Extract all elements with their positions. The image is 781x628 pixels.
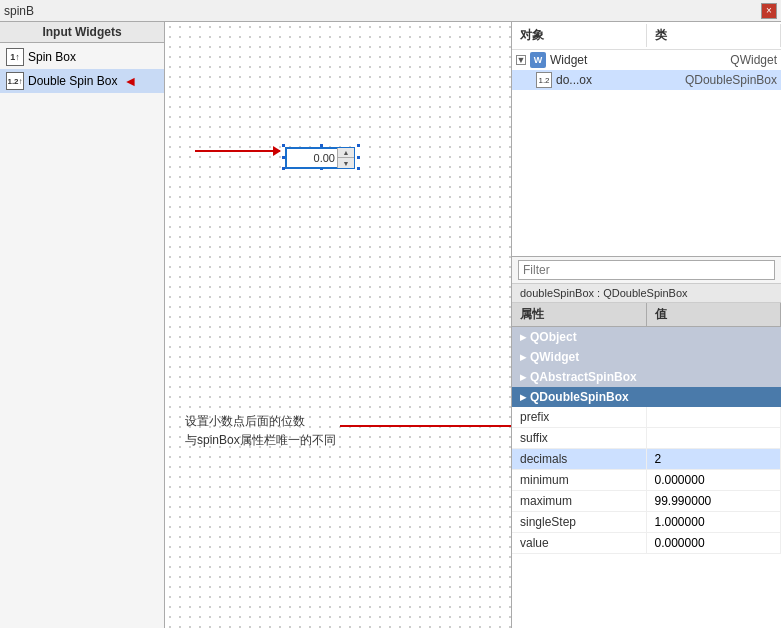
- prop-value-minimum: 0.000000: [647, 470, 782, 490]
- section-qwidget-label: QWidget: [530, 350, 579, 364]
- prop-name-minimum: minimum: [512, 470, 647, 490]
- spinbox-arrow-buttons: ▲ ▼: [337, 148, 353, 168]
- tree-header-class: 类: [647, 24, 782, 47]
- section-qobject[interactable]: ▶ QObject: [512, 327, 781, 347]
- double-spin-box-icon: 1.2↑: [6, 72, 24, 90]
- prop-row-minimum[interactable]: minimum 0.000000: [512, 470, 781, 491]
- section-qwidget-arrow: ▶: [520, 353, 526, 362]
- prop-header-name: 属性: [512, 303, 647, 326]
- section-qabstractspinbox[interactable]: ▶ QAbstractSpinBox: [512, 367, 781, 387]
- prop-name-decimals: decimals: [512, 449, 647, 469]
- tree-row-doublespinbox[interactable]: 1.2 do...ox QDoubleSpinBox: [512, 70, 781, 90]
- section-qobject-label: QObject: [530, 330, 577, 344]
- tree-doublespinbox-type: QDoubleSpinBox: [669, 73, 778, 87]
- prop-name-prefix: prefix: [512, 407, 647, 427]
- prop-value-prefix: [647, 407, 782, 427]
- title-bar: spinB ×: [0, 0, 781, 22]
- prop-name-singlestep: singleStep: [512, 512, 647, 532]
- prop-row-prefix[interactable]: prefix: [512, 407, 781, 428]
- prop-table-header: 属性 值: [512, 303, 781, 327]
- prop-value-suffix: [647, 428, 782, 448]
- double-spinbox-widget[interactable]: 0.00 ▲ ▼: [285, 147, 355, 169]
- section-qabstractspinbox-label: QAbstractSpinBox: [530, 370, 637, 384]
- section-qdoublespinbox-arrow: ▶: [520, 393, 526, 402]
- prop-value-singlestep: 1.000000: [647, 512, 782, 532]
- tree-widget-type: QWidget: [666, 53, 778, 67]
- annotation-line2: 与spinBox属性栏唯一的不同: [185, 431, 336, 450]
- doublespinbox-tree-icon: 1.2: [536, 72, 552, 88]
- canvas-panel: 0.00 ▲ ▼ 设置小数点后面的位数 与spinBox属性栏唯一的不同: [165, 22, 511, 628]
- filter-input[interactable]: [518, 260, 775, 280]
- window-title: spinB: [4, 4, 761, 18]
- prop-row-singlestep[interactable]: singleStep 1.000000: [512, 512, 781, 533]
- tree-expand-widget[interactable]: ▼: [516, 55, 526, 65]
- prop-value-value: 0.000000: [647, 533, 782, 553]
- tree-doublespinbox-name: do...ox: [556, 73, 665, 87]
- spin-up-button[interactable]: ▲: [338, 148, 354, 158]
- prop-value-maximum: 99.990000: [647, 491, 782, 511]
- prop-row-value[interactable]: value 0.000000: [512, 533, 781, 554]
- tree-row-widget[interactable]: ▼ W Widget QWidget: [512, 50, 781, 70]
- prop-value-decimals: 2: [647, 449, 782, 469]
- widget-list: 1↑ Spin Box 1.2↑ Double Spin Box ◄: [0, 43, 164, 95]
- annotation-text: 设置小数点后面的位数 与spinBox属性栏唯一的不同: [185, 412, 336, 450]
- prop-name-suffix: suffix: [512, 428, 647, 448]
- spin-box-label: Spin Box: [28, 50, 76, 64]
- spin-down-button[interactable]: ▼: [338, 158, 354, 168]
- sidebar-item-double-spin-box[interactable]: 1.2↑ Double Spin Box ◄: [0, 69, 164, 93]
- section-qabstractspinbox-arrow: ▶: [520, 373, 526, 382]
- prop-name-maximum: maximum: [512, 491, 647, 511]
- tree-widget-name: Widget: [550, 53, 662, 67]
- section-qdoublespinbox[interactable]: ▶ QDoubleSpinBox: [512, 387, 781, 407]
- prop-row-maximum[interactable]: maximum 99.990000: [512, 491, 781, 512]
- spin-box-icon: 1↑: [6, 48, 24, 66]
- annotation-arrow: [340, 425, 511, 427]
- canvas-pointer-arrow: [195, 150, 280, 152]
- handle-bot-right[interactable]: [356, 166, 361, 171]
- tree-header: 对象 类: [512, 22, 781, 50]
- property-path: doubleSpinBox : QDoubleSpinBox: [512, 284, 781, 303]
- canvas-spinbox: 0.00 ▲ ▼: [285, 147, 355, 169]
- property-filter: [512, 257, 781, 284]
- prop-name-value: value: [512, 533, 647, 553]
- double-spin-box-label: Double Spin Box: [28, 74, 117, 88]
- section-qwidget[interactable]: ▶ QWidget: [512, 347, 781, 367]
- main-layout: Input Widgets 1↑ Spin Box 1.2↑ Double Sp…: [0, 22, 781, 628]
- property-table: 属性 值 ▶ QObject ▶ QWidget ▶ QAbstractSpin…: [512, 303, 781, 628]
- widget-list-header: Input Widgets: [0, 22, 164, 43]
- selected-arrow-icon: ◄: [123, 73, 137, 89]
- section-qobject-arrow: ▶: [520, 333, 526, 342]
- annotation-line1: 设置小数点后面的位数: [185, 412, 336, 431]
- right-panel: 对象 类 ▼ W Widget QWidget 1.2 do...ox QDou…: [511, 22, 781, 628]
- prop-row-decimals[interactable]: decimals 2: [512, 449, 781, 470]
- sidebar-item-spin-box[interactable]: 1↑ Spin Box: [0, 45, 164, 69]
- close-button[interactable]: ×: [761, 3, 777, 19]
- prop-header-value: 值: [647, 303, 782, 326]
- handle-mid-right[interactable]: [356, 155, 361, 160]
- prop-row-suffix[interactable]: suffix: [512, 428, 781, 449]
- left-panel: Input Widgets 1↑ Spin Box 1.2↑ Double Sp…: [0, 22, 165, 628]
- object-tree: 对象 类 ▼ W Widget QWidget 1.2 do...ox QDou…: [512, 22, 781, 257]
- section-qdoublespinbox-label: QDoubleSpinBox: [530, 390, 629, 404]
- tree-header-object: 对象: [512, 24, 647, 47]
- handle-top-right[interactable]: [356, 143, 361, 148]
- widget-tree-icon: W: [530, 52, 546, 68]
- spinbox-value-display: 0.00: [287, 152, 337, 164]
